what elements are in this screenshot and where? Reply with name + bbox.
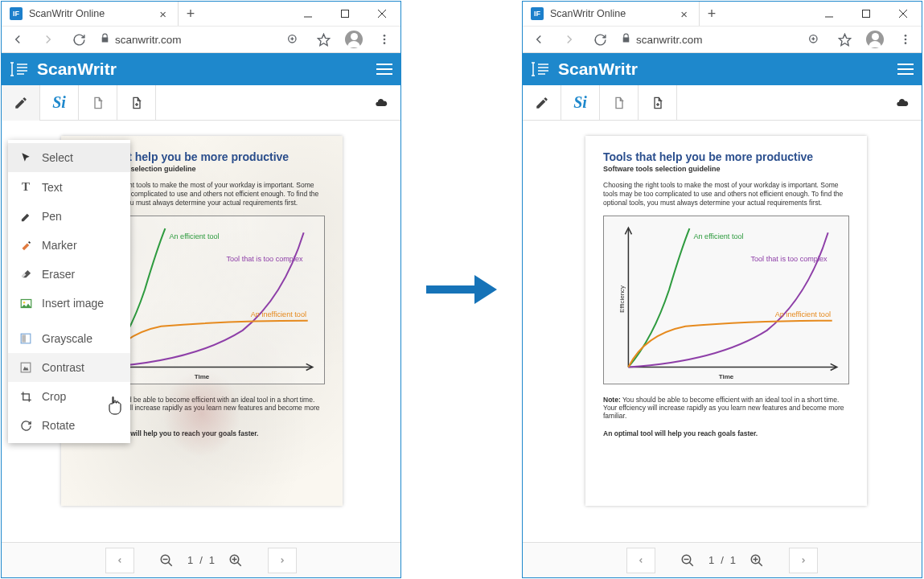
- svg-marker-7: [318, 34, 329, 45]
- bookmark-icon[interactable]: [310, 28, 336, 51]
- tab-close-icon[interactable]: ×: [680, 7, 688, 21]
- next-page-button[interactable]: [789, 548, 818, 573]
- tool-sign-button[interactable]: Si: [561, 85, 600, 121]
- menu-select[interactable]: Select: [8, 143, 130, 172]
- favicon-icon: IF: [10, 7, 23, 20]
- tool-edit-button[interactable]: [523, 85, 561, 121]
- canvas[interactable]: Tools that help you be more productive S…: [523, 121, 922, 542]
- cloud-button[interactable]: [362, 96, 400, 109]
- menu-crop[interactable]: Crop: [8, 382, 130, 411]
- close-button[interactable]: [363, 2, 400, 26]
- doc-optimal: An optimal tool will help you reach goal…: [603, 429, 849, 437]
- new-tab-button[interactable]: +: [179, 6, 203, 23]
- prev-page-button[interactable]: [105, 548, 134, 573]
- prev-page-button[interactable]: [626, 548, 655, 573]
- document-page[interactable]: Tools that help you be more productive S…: [585, 136, 867, 506]
- edit-dropdown-menu: Select TText Pen Marker Eraser Insert im…: [8, 140, 130, 443]
- svg-point-9: [384, 39, 386, 41]
- svg-text:An inefficient tool: An inefficient tool: [251, 310, 306, 318]
- tool-sign-button[interactable]: Si: [40, 85, 79, 121]
- menu-insert-image[interactable]: Insert image: [8, 289, 130, 318]
- svg-marker-43: [839, 34, 850, 45]
- close-button[interactable]: [885, 2, 922, 26]
- svg-point-46: [905, 42, 907, 44]
- reload-button[interactable]: [587, 28, 613, 51]
- kebab-menu-icon[interactable]: [372, 28, 397, 51]
- page-total: 1: [204, 554, 220, 566]
- next-page-button[interactable]: [268, 548, 297, 573]
- app-header: ScanWritr: [523, 53, 922, 85]
- hamburger-menu[interactable]: [897, 60, 914, 78]
- page-sep: /: [721, 554, 724, 566]
- app-toolbar: Si: [523, 85, 922, 121]
- favicon-icon: IF: [531, 7, 544, 20]
- menu-contrast[interactable]: Contrast: [8, 353, 130, 382]
- tool-add-page-button[interactable]: [117, 85, 156, 121]
- maximize-button[interactable]: [848, 2, 885, 26]
- zoom-out-button[interactable]: [673, 548, 702, 573]
- browser-tab[interactable]: IF ScanWritr Online ×: [523, 2, 700, 26]
- svg-rect-34: [426, 285, 476, 294]
- back-button[interactable]: [5, 28, 31, 51]
- svg-point-8: [384, 35, 386, 37]
- bookmark-icon[interactable]: [832, 28, 857, 51]
- svg-marker-35: [474, 275, 497, 304]
- menu-pen[interactable]: Pen: [8, 202, 130, 231]
- pager: 1 / 1: [523, 542, 922, 577]
- tab-title: ScanWritr Online: [550, 8, 626, 19]
- maximize-button[interactable]: [326, 2, 363, 26]
- url-text: scanwritr.com: [636, 34, 703, 46]
- zoom-in-button[interactable]: [221, 548, 250, 573]
- minimize-button[interactable]: [811, 2, 848, 26]
- url-box[interactable]: scanwritr.com: [618, 33, 796, 46]
- browser-tab[interactable]: IF ScanWritr Online ×: [2, 2, 179, 26]
- address-bar: scanwritr.com: [2, 26, 400, 53]
- cloud-button[interactable]: [883, 96, 922, 109]
- hamburger-menu[interactable]: [376, 60, 392, 78]
- cursor-icon: [19, 152, 32, 163]
- menu-text[interactable]: TText: [8, 172, 130, 202]
- svg-rect-33: [21, 363, 31, 372]
- url-box[interactable]: scanwritr.com: [97, 33, 275, 46]
- zoom-indicator-icon[interactable]: [801, 28, 827, 51]
- svg-line-62: [758, 562, 762, 566]
- logo-icon: [10, 60, 31, 78]
- profile-avatar[interactable]: [862, 28, 888, 51]
- svg-text:An inefficient tool: An inefficient tool: [775, 310, 831, 318]
- tool-page-button[interactable]: [79, 85, 117, 121]
- zoom-indicator-icon[interactable]: [280, 28, 306, 51]
- address-bar: scanwritr.com: [523, 26, 922, 53]
- back-button[interactable]: [526, 28, 552, 51]
- menu-grayscale[interactable]: Grayscale: [8, 324, 130, 353]
- doc-title: Tools that help you be more productive: [603, 150, 849, 163]
- chart-ylabel: Efficiency: [618, 285, 626, 313]
- minimize-button[interactable]: [290, 2, 326, 26]
- rotate-icon: [19, 420, 32, 432]
- forward-button[interactable]: [35, 28, 61, 51]
- tool-edit-button[interactable]: [2, 85, 40, 121]
- app-toolbar: Si: [2, 85, 400, 121]
- page-current: 1: [704, 554, 719, 566]
- tool-page-button[interactable]: [600, 85, 639, 121]
- svg-rect-32: [22, 335, 26, 342]
- menu-marker[interactable]: Marker: [8, 231, 130, 260]
- kebab-menu-icon[interactable]: [893, 28, 918, 51]
- url-text: scanwritr.com: [115, 34, 182, 46]
- profile-avatar[interactable]: [341, 28, 367, 51]
- lock-icon: [621, 33, 631, 46]
- tool-add-page-button[interactable]: [639, 85, 677, 121]
- menu-eraser[interactable]: Eraser: [8, 260, 130, 289]
- reload-button[interactable]: [66, 28, 92, 51]
- tab-close-icon[interactable]: ×: [159, 7, 166, 21]
- doc-chart: An efficient tool Tool that is too compl…: [603, 216, 849, 384]
- new-tab-button[interactable]: +: [700, 6, 724, 23]
- doc-paragraph: Choosing the right tools to make the mos…: [603, 181, 849, 207]
- app-brand: ScanWritr: [558, 60, 638, 79]
- zoom-in-button[interactable]: [742, 548, 771, 573]
- svg-point-10: [384, 42, 386, 44]
- zoom-out-button[interactable]: [152, 548, 181, 573]
- menu-rotate[interactable]: Rotate: [8, 411, 130, 440]
- svg-text:An efficient tool: An efficient tool: [169, 233, 219, 241]
- browser-window-before: IF ScanWritr Online × + scanwritr.com Sc…: [1, 1, 401, 578]
- forward-button[interactable]: [556, 28, 582, 51]
